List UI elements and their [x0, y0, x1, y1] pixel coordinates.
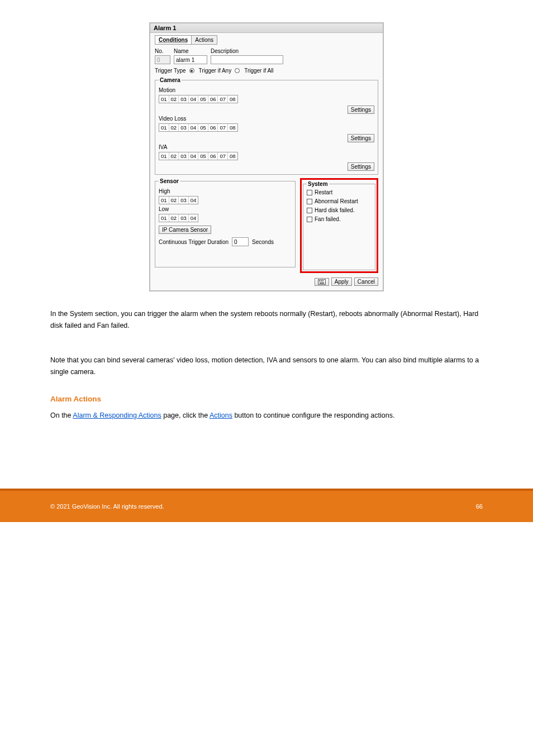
- iva-06[interactable]: 06: [208, 152, 218, 160]
- fan-checkbox[interactable]: [307, 217, 312, 222]
- tab-conditions[interactable]: Conditions: [155, 35, 192, 45]
- radio-trigger-any[interactable]: [189, 68, 194, 73]
- motion-03[interactable]: 03: [179, 95, 189, 103]
- system-legend: System: [307, 181, 329, 187]
- videoloss-03[interactable]: 03: [179, 124, 189, 131]
- sensor-legend: Sensor: [159, 178, 180, 184]
- desc-label: Description: [211, 48, 283, 54]
- dialog-title: Alarm 1: [150, 23, 383, 33]
- videoloss-01[interactable]: 01: [159, 124, 169, 131]
- abnormal-label: Abnormal Restart: [315, 198, 358, 204]
- low-grid[interactable]: 01 02 03 04: [159, 214, 198, 222]
- high-01[interactable]: 01: [159, 197, 169, 204]
- svg-rect-2: [321, 280, 322, 281]
- restart-label: Restart: [315, 189, 332, 195]
- low-01[interactable]: 01: [159, 214, 169, 222]
- keyboard-icon: [318, 279, 326, 285]
- camera-fieldset: Camera Motion 01 02 03 04 05 06 07 08 Se…: [155, 77, 378, 175]
- videoloss-02[interactable]: 02: [169, 124, 179, 131]
- iva-01[interactable]: 01: [159, 152, 169, 160]
- videoloss-04[interactable]: 04: [189, 124, 199, 131]
- hdd-checkbox[interactable]: [307, 208, 312, 213]
- videoloss-grid[interactable]: 01 02 03 04 05 06 07 08: [159, 123, 238, 132]
- motion-settings-button[interactable]: Settings: [348, 106, 374, 114]
- hdd-label: Hard disk failed.: [315, 207, 355, 213]
- apply-button[interactable]: Apply: [331, 277, 352, 286]
- camera-legend: Camera: [159, 77, 182, 83]
- high-02[interactable]: 02: [169, 197, 179, 204]
- videoloss-06[interactable]: 06: [208, 124, 218, 131]
- p3-a: On the: [50, 412, 73, 419]
- actions-tab-link[interactable]: Actions: [210, 412, 232, 419]
- svg-rect-4: [320, 283, 324, 284]
- ip-camera-sensor-button[interactable]: IP Camera Sensor: [159, 226, 211, 234]
- subheading-alarm-actions: Alarm Actions: [50, 395, 483, 403]
- abnormal-checkbox[interactable]: [307, 199, 312, 204]
- fan-label: Fan failed.: [315, 216, 341, 222]
- motion-02[interactable]: 02: [169, 95, 179, 103]
- iva-04[interactable]: 04: [189, 152, 199, 160]
- paragraph-system-desc: In the System section, you can trigger t…: [50, 308, 483, 332]
- footer-page-number: 66: [476, 503, 483, 510]
- desc-input[interactable]: [211, 55, 283, 64]
- alarm-actions-link[interactable]: Alarm & Responding Actions: [73, 412, 161, 419]
- system-highlight-box: System Restart Abnormal Restart Hard dis…: [300, 178, 378, 273]
- low-label: Low: [159, 206, 292, 212]
- motion-04[interactable]: 04: [189, 95, 199, 103]
- keyboard-button[interactable]: [315, 278, 329, 286]
- system-fieldset: System Restart Abnormal Restart Hard dis…: [303, 181, 375, 270]
- videoloss-05[interactable]: 05: [198, 124, 208, 131]
- ctd-input[interactable]: [232, 237, 249, 246]
- svg-rect-1: [319, 280, 320, 281]
- low-02[interactable]: 02: [169, 214, 179, 222]
- videoloss-08[interactable]: 08: [228, 124, 237, 131]
- trigger-any-label: Trigger if Any: [199, 68, 232, 74]
- p3-b: page, click the: [161, 412, 210, 419]
- low-04[interactable]: 04: [189, 214, 198, 222]
- motion-06[interactable]: 06: [208, 95, 218, 103]
- iva-02[interactable]: 02: [169, 152, 179, 160]
- alarm-dialog: Alarm 1 Conditions Actions No. Name Desc…: [149, 22, 384, 291]
- videoloss-settings-button[interactable]: Settings: [348, 134, 374, 142]
- no-label: No.: [155, 48, 170, 54]
- motion-grid[interactable]: 01 02 03 04 05 06 07 08: [159, 95, 238, 103]
- motion-07[interactable]: 07: [218, 95, 228, 103]
- ctd-label: Continuous Trigger Duration: [159, 239, 229, 245]
- sensor-fieldset: Sensor High 01 02 03 04 Low 01 02 03: [155, 178, 296, 267]
- high-label: High: [159, 188, 292, 194]
- motion-05[interactable]: 05: [198, 95, 208, 103]
- paragraph-actions: On the Alarm & Responding Actions page, …: [50, 410, 483, 422]
- iva-03[interactable]: 03: [179, 152, 189, 160]
- svg-rect-0: [318, 279, 325, 284]
- videoloss-07[interactable]: 07: [218, 124, 228, 131]
- paragraph-note: Note that you can bind several cameras' …: [50, 355, 483, 379]
- motion-08[interactable]: 08: [228, 95, 237, 103]
- iva-08[interactable]: 08: [228, 152, 237, 160]
- trigger-all-label: Trigger if All: [244, 68, 273, 74]
- svg-rect-3: [322, 280, 323, 281]
- iva-07[interactable]: 07: [218, 152, 228, 160]
- iva-label: IVA: [159, 144, 374, 150]
- page-footer: © 2021 GeoVision Inc. All rights reserve…: [0, 489, 533, 522]
- low-03[interactable]: 03: [179, 214, 189, 222]
- name-label: Name: [174, 48, 207, 54]
- iva-grid[interactable]: 01 02 03 04 05 06 07 08: [159, 152, 238, 160]
- tabs: Conditions Actions: [155, 35, 378, 45]
- high-grid[interactable]: 01 02 03 04: [159, 196, 198, 204]
- iva-settings-button[interactable]: Settings: [348, 162, 374, 171]
- radio-trigger-all[interactable]: [235, 68, 240, 73]
- iva-05[interactable]: 05: [198, 152, 208, 160]
- name-input[interactable]: [174, 55, 207, 64]
- p3-c: button to continue configure the respond…: [232, 412, 394, 419]
- trigger-label: Trigger Type: [155, 68, 186, 74]
- footer-copyright: © 2021 GeoVision Inc. All rights reserve…: [50, 503, 164, 510]
- high-03[interactable]: 03: [179, 197, 189, 204]
- motion-label: Motion: [159, 87, 374, 93]
- high-04[interactable]: 04: [189, 197, 198, 204]
- cancel-button[interactable]: Cancel: [354, 277, 378, 286]
- restart-checkbox[interactable]: [307, 190, 312, 195]
- tab-actions[interactable]: Actions: [191, 35, 217, 45]
- ctd-unit: Seconds: [252, 239, 274, 245]
- motion-01[interactable]: 01: [159, 95, 169, 103]
- videoloss-label: Video Loss: [159, 116, 374, 122]
